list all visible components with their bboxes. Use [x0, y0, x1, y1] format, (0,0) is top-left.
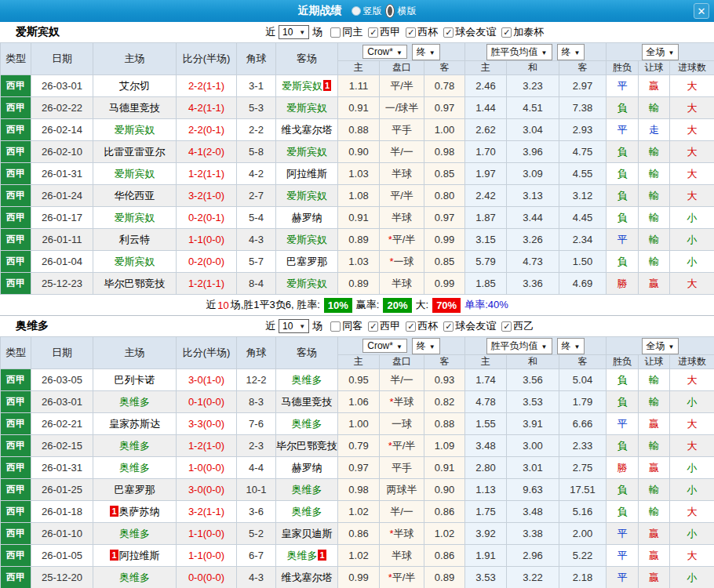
checkbox-checked[interactable]: ✓ [368, 27, 378, 38]
recent-count-select[interactable]: 10▼ [279, 25, 309, 39]
score-cell: 3-0(0-0) [177, 479, 237, 501]
date-cell: 26-02-15 [31, 435, 93, 457]
checkbox-checked[interactable]: ✓ [406, 321, 416, 332]
checkbox-checked[interactable]: ✓ [501, 27, 512, 38]
checkbox-checked[interactable]: ✓ [443, 27, 454, 38]
mean-draw-cell: 3.13 [507, 185, 559, 207]
corners-cell: 4-4 [237, 457, 276, 479]
mean-home-cell: 3.48 [465, 435, 507, 457]
dropdown-button[interactable]: 终▼ [557, 44, 585, 60]
filter-same-venue[interactable]: 同主 [322, 25, 362, 39]
opponent-name: 奥萨苏纳 [119, 506, 160, 517]
table-row: 西甲26-01-24华伦西亚3-2(1-0)2-7爱斯宾奴1.08平/半0.80… [1, 185, 714, 207]
dropdown-button[interactable]: 终▼ [412, 44, 440, 60]
chevron-down-icon: ▼ [299, 29, 305, 36]
result-cell: 負 [607, 369, 639, 391]
mean-draw-cell: 3.23 [507, 75, 559, 97]
home-odds-cell: 1.03 [338, 251, 380, 273]
league-cell: 西甲 [1, 75, 31, 97]
date-cell: 26-01-24 [31, 185, 93, 207]
goals-result-cell: 大 [670, 435, 714, 457]
dropdown-button[interactable]: Crow*▼ [362, 339, 407, 353]
sub-col-header: 主 [465, 61, 507, 75]
mean-away-cell: 4.69 [559, 273, 607, 295]
section-header: 奥维多近10▼场同客✓西甲✓西杯✓球会友谊✓西乙 [0, 316, 714, 336]
dropdown-button[interactable]: Crow*▼ [362, 45, 407, 59]
dropdown-button[interactable]: 胜平负均值▼ [486, 44, 552, 60]
score-cell: 1-0(0-0) [177, 457, 237, 479]
away-odds-cell: 0.91 [424, 457, 465, 479]
mean-away-cell: 2.75 [559, 457, 607, 479]
handicap-result-cell: 贏 [639, 413, 670, 435]
dropdown-button[interactable]: 终▼ [412, 338, 440, 354]
checkbox-checked[interactable]: ✓ [443, 321, 454, 332]
home-team-cell: 华伦西亚 [93, 185, 177, 207]
home-team-cell: 奥维多 [93, 391, 177, 413]
away-team-cell: 赫罗纳 [276, 457, 338, 479]
close-button[interactable]: ✕ [694, 3, 709, 19]
home-odds-cell: 1.00 [338, 413, 380, 435]
filter-competition[interactable]: ✓球会友谊 [438, 25, 496, 39]
result-cell: 負 [607, 479, 639, 501]
col-header-1: 日期 [31, 43, 93, 75]
matches-table: 类型日期主场比分(半场)角球客场Crow*▼终▼胜平负均值▼终▼全场▼主盘口客主… [0, 336, 714, 588]
horizontal-layout-label: 横版 [398, 5, 417, 18]
date-cell: 26-01-17 [31, 207, 93, 229]
home-odds-cell: 0.99 [338, 567, 380, 588]
opponent-name: 马德里竞技 [282, 396, 333, 408]
away-team-cell: 维戈塞尔塔 [276, 567, 338, 588]
record-summary: 近10场,胜1平3负6, 胜率:10%赢率:20%大:70%单率:40% [0, 295, 714, 316]
result-cell: 平 [607, 413, 639, 435]
close-icon: ✕ [698, 5, 706, 17]
mean-draw-cell: 2.96 [507, 545, 559, 567]
filter-same-venue[interactable]: 同客 [322, 319, 362, 333]
checkbox-checked[interactable]: ✓ [501, 321, 512, 332]
filter-competition[interactable]: ✓西杯 [400, 319, 438, 333]
opponent-name: 巴塞罗那 [115, 484, 155, 495]
chevron-down-icon: ▼ [299, 323, 305, 330]
dropdown-button[interactable]: 终▼ [557, 338, 585, 354]
result-cell: 負 [607, 251, 639, 273]
filter-competition[interactable]: ✓西甲 [362, 319, 400, 333]
vertical-layout-radio[interactable] [352, 6, 361, 16]
dropdown-button[interactable]: 胜平负均值▼ [486, 338, 552, 354]
dropdown-button[interactable]: 全场▼ [642, 338, 679, 354]
checkbox-checked[interactable]: ✓ [368, 321, 378, 332]
away-team-cell: 爱斯宾奴1 [276, 75, 338, 97]
home-team-cell: 巴列卡诺 [93, 369, 177, 391]
dropdown-button[interactable]: 全场▼ [642, 44, 679, 60]
filter-competition[interactable]: ✓西甲 [362, 25, 400, 39]
mean-draw-cell: 9.63 [507, 479, 559, 501]
sub-col-header: 让球 [639, 61, 670, 75]
filter-label: 西甲 [380, 25, 400, 39]
league-cell: 西甲 [1, 545, 31, 567]
mean-draw-cell: 3.53 [507, 391, 559, 413]
recent-count-select[interactable]: 10▼ [279, 319, 309, 333]
league-cell: 西甲 [1, 163, 31, 185]
tracked-team-name: 奥维多 [119, 572, 150, 583]
summary-part-plain: 大: [416, 298, 429, 312]
home-team-cell: 艾尔切 [93, 75, 177, 97]
league-cell: 西甲 [1, 185, 31, 207]
odds-group-header-0: Crow*▼终▼ [338, 337, 465, 355]
mean-away-cell: 7.38 [559, 97, 607, 119]
checkbox-unchecked[interactable] [330, 27, 341, 38]
filter-competition[interactable]: ✓西乙 [496, 319, 534, 333]
score-cell: 0-1(0-0) [177, 391, 237, 413]
corners-cell: 5-7 [237, 251, 276, 273]
away-odds-cell: 0.90 [424, 479, 465, 501]
filter-label: 西杯 [417, 25, 438, 39]
horizontal-layout-radio[interactable] [385, 4, 395, 18]
mean-draw-cell: 3.26 [507, 229, 559, 251]
mean-home-cell: 1.87 [465, 207, 507, 229]
summary-part-blue: 单率:40% [464, 298, 508, 312]
tracked-team-name: 爱斯宾奴 [115, 212, 155, 223]
checkbox-checked[interactable]: ✓ [406, 27, 416, 38]
filter-competition[interactable]: ✓球会友谊 [438, 319, 496, 333]
mean-away-cell: 4.45 [559, 207, 607, 229]
filter-competition[interactable]: ✓加泰杯 [496, 25, 544, 39]
filter-competition[interactable]: ✓西杯 [400, 25, 438, 39]
checkbox-unchecked[interactable] [330, 321, 341, 332]
away-odds-cell: 0.86 [424, 545, 465, 567]
handicap-result-cell: 贏 [639, 457, 670, 479]
